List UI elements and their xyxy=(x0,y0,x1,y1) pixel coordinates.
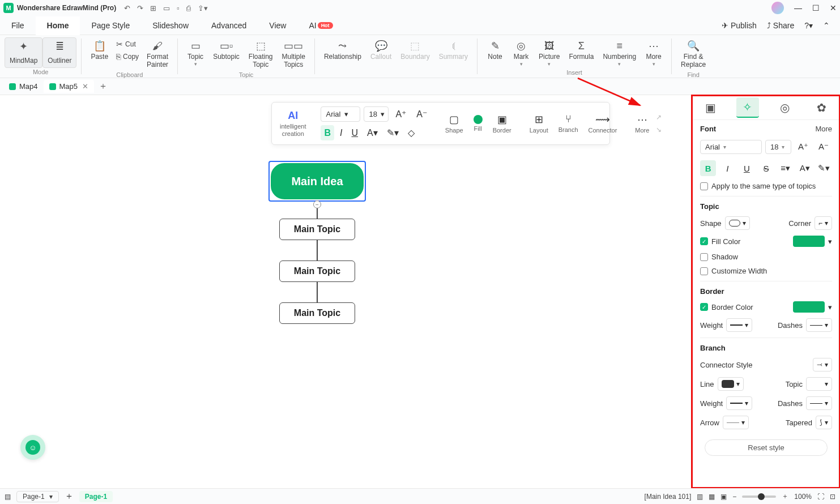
underline-icon[interactable]: U xyxy=(348,125,362,140)
side-tab-style[interactable]: ✧ xyxy=(736,97,759,118)
callout-button[interactable]: 💬Callout xyxy=(366,37,396,63)
view-layout-icon[interactable]: ▥ xyxy=(697,493,703,501)
side-tab-mark[interactable]: ◎ xyxy=(773,97,796,118)
tab-close-icon[interactable]: ✕ xyxy=(82,82,88,91)
multiple-topics-button[interactable]: ▭▭Multiple Topics xyxy=(278,37,310,71)
italic-button[interactable]: I xyxy=(719,160,735,176)
apply-same-checkbox[interactable]: Apply to the same type of topics xyxy=(700,182,832,190)
picture-button[interactable]: 🖼Picture▾ xyxy=(534,37,564,69)
paste-button[interactable]: 📋Paste xyxy=(86,37,113,63)
ribbon-more-button[interactable]: ⋯More▾ xyxy=(641,37,667,69)
mark-button[interactable]: ◎Mark▾ xyxy=(508,37,534,69)
redo-icon[interactable]: ↷ xyxy=(137,4,143,12)
custom-width-checkbox[interactable]: Customize Width xyxy=(700,267,832,275)
border-weight-select[interactable]: ▾ xyxy=(726,318,752,332)
menu-file[interactable]: File xyxy=(0,16,36,35)
float-size-select[interactable]: 18▾ xyxy=(364,106,389,122)
note-button[interactable]: ✎Note xyxy=(482,37,508,63)
collapse-toggle-icon[interactable]: − xyxy=(313,200,321,208)
collapse-ribbon-icon[interactable]: ⌃ xyxy=(823,21,830,30)
branch-weight-select[interactable]: ▾ xyxy=(726,396,752,410)
view-outline-icon[interactable]: ▦ xyxy=(709,493,715,501)
border-color-dropdown-icon[interactable]: ▾ xyxy=(828,303,832,311)
menu-ai[interactable]: AI Hot xyxy=(297,16,344,35)
border-dashes-select[interactable]: ▾ xyxy=(806,318,832,332)
tab-map5[interactable]: Map5✕ xyxy=(44,80,95,93)
subtopic-button[interactable]: ▭▫Subtopic xyxy=(208,37,244,63)
cut-button[interactable]: ✂Cut xyxy=(113,39,142,50)
maximize-icon[interactable]: ☐ xyxy=(812,3,820,12)
print-icon[interactable]: ⎙ xyxy=(186,4,191,12)
fill-color-dropdown-icon[interactable]: ▾ xyxy=(828,237,832,246)
bold-icon[interactable]: B xyxy=(321,125,334,140)
fit-icon[interactable]: ⊡ xyxy=(830,493,835,501)
line-color-select[interactable]: ▾ xyxy=(718,377,744,391)
page-select[interactable]: Page-1▾ xyxy=(16,491,59,502)
align-button[interactable]: ≡▾ xyxy=(778,160,794,176)
italic-icon[interactable]: I xyxy=(336,125,346,140)
font-color-icon[interactable]: A▾ xyxy=(364,125,381,140)
float-fill-button[interactable]: Fill xyxy=(470,115,486,132)
font-size-select[interactable]: 18▾ xyxy=(765,140,791,154)
export-icon[interactable]: ⇪▾ xyxy=(198,4,208,12)
branch-dashes-select[interactable]: ▾ xyxy=(806,396,832,410)
float-connector-button[interactable]: ⟿Connector xyxy=(585,113,621,134)
fullscreen-icon[interactable]: ⛶ xyxy=(817,493,824,501)
float-more-button[interactable]: ⋯More xyxy=(632,113,653,134)
font-shrink-icon[interactable]: A⁻ xyxy=(815,139,832,155)
bold-button[interactable]: B xyxy=(700,160,716,176)
close-icon[interactable]: ✕ xyxy=(830,3,837,12)
mindmap-mode-button[interactable]: ✦MindMap xyxy=(5,37,42,68)
font-more-link[interactable]: More xyxy=(815,125,832,133)
border-color-checkbox[interactable]: ✓Border Color xyxy=(700,303,753,311)
relationship-button[interactable]: ⤳Relationship xyxy=(319,37,366,63)
menu-view[interactable]: View xyxy=(258,16,297,35)
float-border-button[interactable]: ▣Border xyxy=(489,113,515,134)
outliner-mode-button[interactable]: ≣Outliner xyxy=(42,37,76,68)
view-presentation-icon[interactable]: ▣ xyxy=(720,493,727,501)
fill-color-swatch[interactable] xyxy=(793,236,825,247)
font-family-select[interactable]: Arial▾ xyxy=(700,140,762,154)
fill-color-checkbox[interactable]: ✓Fill Color xyxy=(700,237,740,246)
shape-select[interactable]: ▾ xyxy=(725,216,750,230)
main-idea-node[interactable]: Main Idea xyxy=(271,163,364,199)
strike-button[interactable]: S xyxy=(758,160,774,176)
floating-topic-button[interactable]: ⬚Floating Topic xyxy=(244,37,278,71)
main-topic-node-2[interactable]: Main Topic xyxy=(279,260,355,282)
summary-button[interactable]: ⟬Summary xyxy=(434,37,472,63)
corner-select[interactable]: ⌐▾ xyxy=(815,216,832,230)
menu-slideshow[interactable]: Slideshow xyxy=(141,16,200,35)
zoom-in-icon[interactable]: ＋ xyxy=(782,492,788,501)
minimize-icon[interactable]: — xyxy=(794,3,802,12)
help-button[interactable]: ?▾ xyxy=(804,21,813,30)
side-tab-icon[interactable]: ✿ xyxy=(810,97,833,118)
boundary-button[interactable]: ⬚Boundary xyxy=(396,37,434,63)
save-icon[interactable]: ▫ xyxy=(177,4,180,12)
add-page-icon[interactable]: ＋ xyxy=(65,490,74,502)
find-replace-button[interactable]: 🔍Find & Replace xyxy=(676,37,710,71)
text-color-button[interactable]: A▾ xyxy=(797,160,813,176)
main-topic-node-1[interactable]: Main Topic xyxy=(279,219,355,240)
new-icon[interactable]: ⊞ xyxy=(150,4,156,12)
canvas[interactable]: AI intelligent creation Arial▾ 18▾ A⁺ A⁻… xyxy=(0,95,692,488)
clear-format-icon[interactable]: ◇ xyxy=(404,125,418,140)
copy-button[interactable]: ⎘Copy xyxy=(113,51,142,62)
menu-advanced[interactable]: Advanced xyxy=(200,16,258,35)
float-branch-button[interactable]: ⑂Branch xyxy=(555,113,582,133)
format-painter-button[interactable]: 🖌Format Painter xyxy=(142,37,173,71)
float-shape-button[interactable]: ▢Shape xyxy=(442,113,467,134)
float-layout-button[interactable]: ⊞Layout xyxy=(526,113,552,134)
menu-home[interactable]: Home xyxy=(36,16,80,35)
ai-assistant-fab[interactable]: ☺ xyxy=(20,435,45,460)
reset-style-button[interactable]: Reset style xyxy=(705,439,828,456)
ai-creation-button[interactable]: AI intelligent creation xyxy=(276,110,309,136)
border-color-swatch[interactable] xyxy=(793,301,825,313)
menu-page-style[interactable]: Page Style xyxy=(80,16,141,35)
publish-button[interactable]: ✈Publish xyxy=(722,21,757,30)
tab-map4[interactable]: Map4 xyxy=(3,80,44,93)
numbering-button[interactable]: ≡Numbering▾ xyxy=(598,37,641,69)
toolbar-expand-icon[interactable]: ↘ xyxy=(656,126,662,134)
highlight-button[interactable]: ✎▾ xyxy=(816,160,832,176)
toolbar-collapse-icon[interactable]: ↗ xyxy=(656,113,662,121)
main-topic-node-3[interactable]: Main Topic xyxy=(279,302,355,324)
